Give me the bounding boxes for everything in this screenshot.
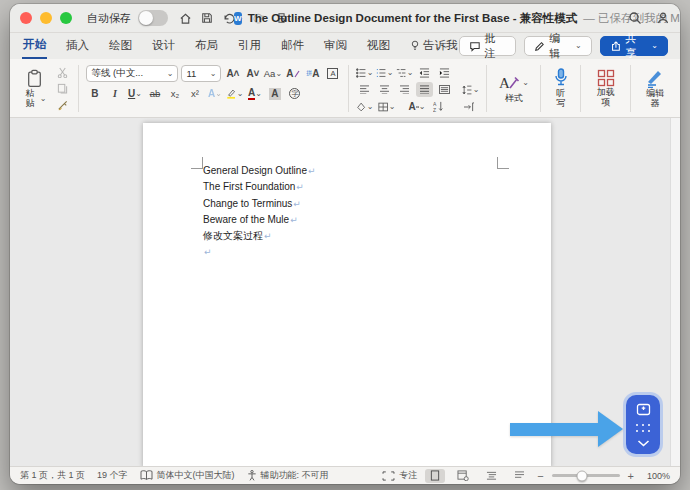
outline-view-button[interactable] [481, 469, 501, 483]
align-center-button[interactable] [376, 82, 393, 97]
strikethrough-button[interactable]: ab [146, 86, 163, 101]
accessibility-status[interactable]: 辅助功能: 不可用 [247, 469, 329, 482]
character-shading-button[interactable]: A [266, 86, 283, 101]
align-right-button[interactable] [396, 82, 413, 97]
shrink-font-button[interactable]: A˅ [244, 66, 261, 81]
format-painter-icon[interactable] [54, 97, 71, 112]
chevron-down-icon: ⌄ [167, 70, 174, 78]
doc-line[interactable]: The First Foundation↵ [203, 179, 316, 195]
chevron-down-icon[interactable] [637, 440, 650, 447]
focus-mode-button[interactable]: 专注 [382, 469, 417, 482]
zoom-in-button[interactable]: + [628, 470, 634, 482]
multilevel-list-button[interactable]: ⌄ [396, 65, 413, 80]
search-icon[interactable] [628, 11, 642, 25]
web-layout-view-button[interactable] [453, 469, 473, 483]
paste-button[interactable]: 粘贴⌄ [18, 63, 50, 114]
shading-button[interactable]: ⌄ [356, 99, 373, 114]
doc-line[interactable]: Beware of the Mule↵ [203, 212, 316, 228]
document-page[interactable]: General Design Outline↵ The First Founda… [143, 123, 551, 466]
bullets-button[interactable]: ⌄ [356, 65, 373, 80]
tab-home[interactable]: 开始 [22, 33, 47, 59]
decrease-indent-button[interactable] [416, 65, 433, 80]
highlight-color-button[interactable]: ⌄ [226, 86, 243, 101]
svg-text:A: A [499, 75, 510, 91]
save-icon[interactable] [201, 12, 213, 24]
tab-review[interactable]: 审阅 [323, 34, 348, 58]
tab-layout[interactable]: 布局 [194, 34, 219, 58]
chevron-down-icon: ⌄ [367, 69, 374, 77]
asian-layout-button[interactable]: A ⌄ [408, 99, 425, 114]
account-icon[interactable] [656, 11, 670, 25]
tab-draw[interactable]: 绘图 [108, 34, 133, 58]
print-layout-view-button[interactable] [425, 469, 445, 483]
italic-button[interactable]: I [106, 86, 123, 101]
numbering-button[interactable]: ⌄ [376, 65, 393, 80]
chevron-down-icon: ⌄ [389, 103, 396, 111]
line-spacing-button[interactable]: ⌄ [462, 82, 479, 97]
zoom-slider-thumb[interactable] [577, 470, 588, 481]
more-dots-icon[interactable] [635, 423, 651, 433]
font-name-select[interactable]: 等线 (中文...⌄ [86, 65, 178, 82]
editor-button[interactable]: 编辑器 [638, 63, 672, 114]
close-button[interactable] [20, 12, 32, 24]
editing-mode-button[interactable]: 编辑 ⌄ [524, 36, 591, 56]
zoom-window-button[interactable] [60, 12, 72, 24]
zoom-out-button[interactable]: − [537, 470, 543, 482]
justify-button[interactable] [416, 82, 433, 97]
borders-button[interactable]: ⌄ [378, 99, 395, 114]
doc-line[interactable]: Change to Terminus↵ [203, 196, 316, 212]
draft-view-button[interactable] [509, 469, 529, 483]
subscript-button[interactable]: x₂ [166, 86, 183, 101]
addins-button[interactable]: 加载项 [588, 63, 623, 114]
tab-insert[interactable]: 插入 [65, 34, 90, 58]
chevron-down-icon: ⌄ [215, 90, 222, 98]
align-left-button[interactable] [356, 82, 373, 97]
character-border-button[interactable]: A [324, 66, 341, 81]
bold-button[interactable]: B [86, 86, 103, 101]
vertical-scrollbar[interactable] [670, 118, 680, 466]
language-label: 简体中文(中国大陆) [157, 469, 235, 482]
add-screen-icon[interactable] [636, 402, 651, 416]
doc-line[interactable]: ↵ [203, 244, 316, 260]
ribbon-home: 粘贴⌄ 等线 (中文...⌄ 1 [10, 59, 680, 118]
underline-button[interactable]: U⌄ [126, 86, 143, 101]
clipboard-group: 粘贴⌄ [18, 63, 71, 114]
sort-button[interactable]: AZ [430, 99, 447, 114]
page-info[interactable]: 第 1 页，共 1 页 [20, 469, 85, 482]
floating-pill-toolbar[interactable] [626, 395, 660, 454]
minimize-button[interactable] [40, 12, 52, 24]
toggle-knob [139, 11, 153, 25]
increase-indent-button[interactable] [436, 65, 453, 80]
enclose-characters-button[interactable]: 字 [286, 86, 303, 101]
tab-actions: 批注 编辑 ⌄ 共享 ⌄ [459, 36, 669, 56]
chevron-down-icon: ⌄ [210, 70, 217, 78]
tab-references[interactable]: 引用 [237, 34, 262, 58]
change-case-button[interactable]: Aa⌄ [264, 66, 281, 81]
home-icon[interactable] [179, 12, 192, 25]
font-size-select[interactable]: 11⌄ [181, 65, 221, 82]
zoom-slider[interactable] [552, 474, 620, 477]
word-count[interactable]: 19 个字 [97, 469, 128, 482]
grow-font-button[interactable]: A˄ [224, 66, 241, 81]
zoom-level[interactable]: 100% [642, 471, 670, 481]
superscript-button[interactable]: x² [186, 86, 203, 101]
clear-formatting-button[interactable]: A [284, 66, 301, 81]
doc-line[interactable]: 修改文案过程↵ [203, 228, 316, 244]
styles-button[interactable]: A ⌄ 样式 [494, 63, 533, 114]
tab-tell-me[interactable]: 告诉我 [409, 34, 459, 58]
ribbon-tab-row: 开始 插入 绘图 设计 布局 引用 邮件 审阅 视图 告诉我 批注 编辑 ⌄ [10, 33, 680, 59]
styles-icon: A [498, 73, 520, 93]
doc-line[interactable]: General Design Outline↵ [203, 163, 316, 179]
show-marks-button[interactable] [460, 99, 477, 114]
tab-view[interactable]: 视图 [366, 34, 391, 58]
comments-button[interactable]: 批注 [459, 36, 517, 56]
tab-design[interactable]: 设计 [151, 34, 176, 58]
phonetic-guide-button[interactable]: 拼A [304, 66, 321, 81]
font-color-button[interactable]: A⌄ [246, 86, 263, 101]
distribute-text-button[interactable] [436, 82, 453, 97]
autosave-toggle[interactable] [138, 10, 168, 26]
tab-mailings[interactable]: 邮件 [280, 34, 305, 58]
share-button[interactable]: 共享 ⌄ [600, 36, 668, 56]
dictate-button[interactable]: 听写 [548, 63, 573, 114]
proofing-status[interactable]: 简体中文(中国大陆) [140, 469, 235, 482]
